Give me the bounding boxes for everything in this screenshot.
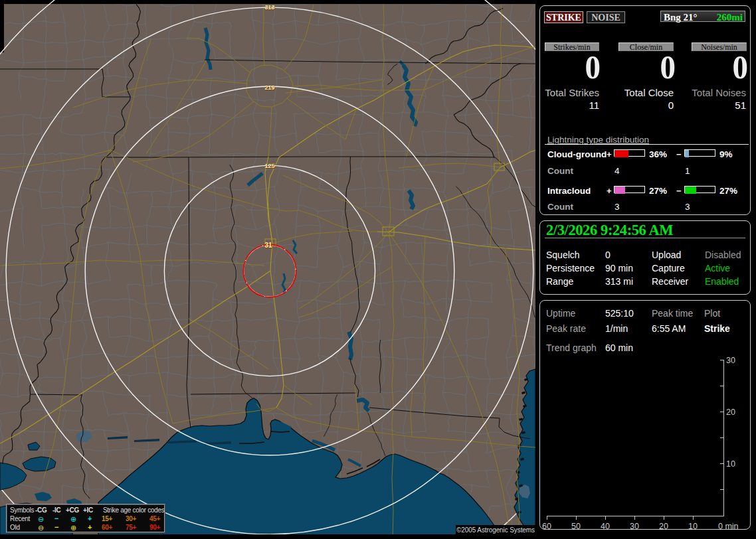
svg-text:31: 31 (264, 242, 272, 249)
svg-text:10: 10 (726, 459, 735, 469)
svg-text:125: 125 (264, 163, 274, 169)
svg-text:30: 30 (630, 522, 639, 531)
svg-text:10: 10 (688, 522, 698, 531)
svg-text:50: 50 (571, 522, 581, 531)
svg-text:60: 60 (542, 522, 551, 531)
svg-text:20: 20 (726, 408, 735, 417)
svg-text:30: 30 (726, 356, 735, 365)
svg-text:0 min: 0 min (718, 522, 739, 531)
svg-text:20: 20 (659, 522, 668, 531)
svg-text:40: 40 (601, 522, 610, 531)
svg-text:219: 219 (264, 84, 274, 91)
svg-text:313: 313 (264, 4, 274, 11)
